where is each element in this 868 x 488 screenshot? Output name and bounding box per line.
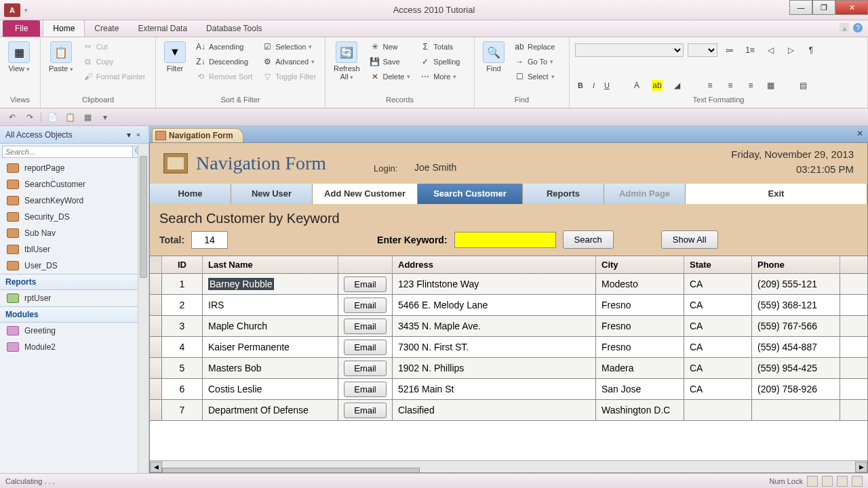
cell-state[interactable]: CA bbox=[684, 295, 752, 315]
cell-state[interactable]: CA bbox=[684, 358, 752, 378]
email-button[interactable]: Email bbox=[344, 382, 387, 397]
copy-button[interactable]: ⧉Copy bbox=[80, 55, 149, 68]
reports-category[interactable]: Reports▴ bbox=[0, 274, 149, 290]
view-design-icon[interactable] bbox=[852, 476, 863, 487]
search-button[interactable]: Search bbox=[563, 230, 614, 249]
cell-last-name[interactable]: Masters Bob bbox=[203, 358, 338, 378]
font-family-select[interactable] bbox=[575, 43, 684, 57]
external-data-tab[interactable]: External Data bbox=[128, 20, 197, 37]
col-id[interactable]: ID bbox=[162, 256, 203, 273]
scroll-left-icon[interactable]: ◀ bbox=[150, 462, 162, 472]
cell-address[interactable]: 1902 N. Phillips bbox=[393, 358, 596, 378]
alternate-row-button[interactable]: ▤ bbox=[795, 79, 812, 92]
filter-button[interactable]: ▼Filter bbox=[161, 40, 189, 74]
text-direction-button[interactable]: ¶ bbox=[803, 43, 819, 57]
totals-button[interactable]: ΣTotals bbox=[417, 40, 462, 54]
redo-button[interactable]: ↷ bbox=[23, 110, 37, 124]
goto-button[interactable]: →Go To bbox=[511, 55, 557, 68]
cell-city[interactable]: Modesto bbox=[596, 274, 684, 294]
row-selector[interactable] bbox=[150, 316, 162, 336]
bullets-button[interactable]: ≔ bbox=[722, 43, 738, 57]
row-selector[interactable] bbox=[150, 400, 162, 420]
ribbon-minimize-icon[interactable]: ▵ bbox=[840, 23, 849, 33]
align-left-button[interactable]: ≡ bbox=[702, 79, 718, 92]
cell-id[interactable]: 3 bbox=[162, 316, 203, 336]
ascending-button[interactable]: A↓Ascending bbox=[193, 40, 255, 54]
fill-color-button[interactable]: ◢ bbox=[669, 79, 686, 92]
cell-state[interactable]: CA bbox=[684, 337, 752, 357]
cell-id[interactable]: 2 bbox=[162, 295, 203, 315]
email-button[interactable]: Email bbox=[344, 361, 387, 376]
find-button[interactable]: 🔍Find bbox=[480, 40, 507, 74]
tab-add-customer[interactable]: Add New Customer bbox=[313, 184, 418, 204]
font-size-select[interactable] bbox=[688, 43, 717, 57]
table-row[interactable]: 2IRSEmail5466 E. Melody LaneFresnoCA(559… bbox=[150, 295, 867, 316]
cell-id[interactable]: 4 bbox=[162, 337, 203, 357]
cell-id[interactable]: 5 bbox=[162, 358, 203, 378]
cell-phone[interactable]: (559) 954-425 bbox=[752, 358, 840, 378]
cell-city[interactable]: Washington D.C bbox=[596, 400, 684, 420]
qat-btn-2[interactable]: 📋 bbox=[63, 110, 77, 124]
cell-city[interactable]: Fresno bbox=[596, 337, 684, 357]
format-painter-button[interactable]: 🖌Format Painter bbox=[80, 70, 149, 83]
cell-state[interactable]: CA bbox=[684, 379, 752, 399]
cell-phone[interactable]: (559) 767-566 bbox=[752, 316, 840, 336]
spelling-button[interactable]: ✓Spelling bbox=[417, 55, 462, 68]
email-button[interactable]: Email bbox=[344, 319, 387, 334]
col-address[interactable]: Address bbox=[393, 256, 596, 273]
close-tab-icon[interactable]: ✕ bbox=[854, 128, 865, 139]
cell-phone[interactable] bbox=[752, 400, 840, 420]
nav-item[interactable]: rptUser bbox=[0, 290, 149, 306]
file-tab[interactable]: File bbox=[3, 20, 40, 37]
italic-button[interactable]: I bbox=[590, 80, 597, 91]
select-button[interactable]: ☐Select bbox=[511, 70, 557, 83]
nav-item[interactable]: Security_DS bbox=[0, 209, 149, 225]
home-tab[interactable]: Home bbox=[43, 20, 85, 37]
row-selector[interactable] bbox=[150, 337, 162, 357]
cell-last-name[interactable]: Barney Rubble bbox=[203, 274, 338, 294]
nav-item[interactable]: reportPage bbox=[0, 160, 149, 176]
col-last-name[interactable]: Last Name bbox=[203, 256, 338, 273]
cell-address[interactable]: 123 Flintstone Way bbox=[393, 274, 596, 294]
nav-scrollbar[interactable] bbox=[138, 144, 149, 473]
nav-item[interactable]: SearchCustomer bbox=[0, 176, 149, 192]
save-record-button[interactable]: 💾Save bbox=[367, 55, 414, 68]
toggle-filter-button[interactable]: ▽Toggle Filter bbox=[259, 70, 319, 83]
close-window-button[interactable]: ✕ bbox=[835, 0, 868, 15]
col-email[interactable] bbox=[338, 256, 393, 273]
table-row[interactable]: 7Department Of DefenseEmailClasifiedWash… bbox=[150, 400, 867, 421]
cell-last-name[interactable]: IRS bbox=[203, 295, 338, 315]
cell-city[interactable]: Madera bbox=[596, 358, 684, 378]
app-dropdown-icon[interactable]: ▾ bbox=[24, 7, 28, 14]
tab-home[interactable]: Home bbox=[150, 184, 231, 204]
cell-last-name[interactable]: Maple Church bbox=[203, 316, 338, 336]
view-layout-icon[interactable] bbox=[837, 476, 848, 487]
nav-item[interactable]: tblUser bbox=[0, 241, 149, 258]
descending-button[interactable]: Z↓Descending bbox=[193, 55, 255, 68]
undo-button[interactable]: ↶ bbox=[5, 110, 19, 124]
email-button[interactable]: Email bbox=[344, 298, 387, 313]
cell-city[interactable]: San Jose bbox=[596, 379, 684, 399]
font-color-button[interactable]: A bbox=[629, 79, 645, 92]
cell-address[interactable]: 5466 E. Melody Lane bbox=[393, 295, 596, 315]
navigation-form-tab[interactable]: Navigation Form bbox=[152, 128, 243, 142]
tab-admin[interactable]: Admin Page bbox=[604, 184, 686, 204]
col-state[interactable]: State bbox=[684, 256, 752, 273]
col-phone[interactable]: Phone bbox=[752, 256, 840, 273]
cell-state[interactable]: CA bbox=[684, 316, 752, 336]
qat-btn-3[interactable]: ▦ bbox=[81, 110, 94, 124]
cell-address[interactable]: 5216 Main St bbox=[393, 379, 596, 399]
nav-search-input[interactable] bbox=[2, 146, 133, 158]
nav-item[interactable]: SearchKeyWord bbox=[0, 192, 149, 209]
nav-item[interactable]: Module2 bbox=[0, 339, 149, 355]
table-row[interactable]: 3Maple ChurchEmail3435 N. Maple Ave.Fres… bbox=[150, 316, 867, 337]
paste-button[interactable]: 📋Paste bbox=[46, 40, 76, 75]
decrease-indent-button[interactable]: ◁ bbox=[762, 43, 778, 57]
cut-button[interactable]: ✂Cut bbox=[80, 40, 149, 54]
keyword-input[interactable] bbox=[454, 232, 556, 248]
tab-exit[interactable]: Exit bbox=[686, 184, 867, 204]
cell-state[interactable] bbox=[684, 400, 752, 420]
qat-btn-1[interactable]: 📄 bbox=[45, 110, 59, 124]
gridlines-button[interactable]: ▦ bbox=[763, 79, 779, 92]
create-tab[interactable]: Create bbox=[85, 20, 128, 37]
